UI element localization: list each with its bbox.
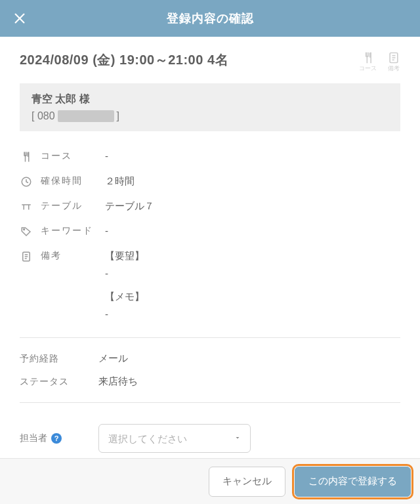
mini-icons: コース 備考 — [359, 51, 400, 72]
customer-phone: [ 080 ] — [32, 110, 388, 122]
keyword-label: キーワード — [41, 225, 97, 237]
submit-button[interactable]: この内容で登録する — [295, 467, 411, 497]
row-hold-time: 確保時間 ２時間 — [20, 169, 400, 194]
modal-footer: キャンセル この内容で登録する — [0, 458, 420, 504]
assignee-label: 担当者 — [20, 432, 47, 444]
status-label: ステータス — [20, 376, 98, 388]
row-keyword: キーワード - — [20, 219, 400, 244]
route-value: メール — [98, 352, 128, 365]
customer-card: 青空 太郎 様 [ 080 ] — [20, 83, 400, 131]
route-label: 予約経路 — [20, 353, 98, 365]
remarks-memo-heading: 【メモ】 — [105, 291, 144, 303]
status-value: 来店待ち — [98, 375, 138, 388]
svg-point-10 — [24, 229, 25, 230]
separator — [20, 402, 400, 403]
modal-header: 登録内容の確認 — [0, 0, 420, 37]
hold-value: ２時間 — [105, 175, 135, 188]
remarks-label: 備考 — [41, 250, 97, 262]
modal-title: 登録内容の確認 — [167, 10, 254, 26]
assignee-select[interactable]: 選択してください — [98, 424, 251, 453]
phone-prefix: [ 080 — [32, 110, 55, 122]
remarks-block: 【要望】 - 【メモ】 - — [105, 250, 144, 322]
table-label: テーブル — [41, 200, 97, 212]
table-value: テーブル７ — [105, 200, 154, 213]
table-icon — [20, 200, 33, 213]
cutlery-icon — [20, 150, 33, 163]
tag-icon — [20, 225, 33, 238]
close-button[interactable] — [12, 10, 28, 26]
row-course: コース - — [20, 144, 400, 169]
row-table: テーブル テーブル７ — [20, 194, 400, 219]
mini-remarks-label: 備考 — [388, 66, 400, 72]
close-icon — [12, 11, 27, 26]
remarks-request-value: - — [105, 268, 144, 279]
hold-label: 確保時間 — [41, 175, 97, 187]
help-icon[interactable]: ? — [51, 433, 62, 444]
row-remarks: 備考 【要望】 - 【メモ】 - — [20, 244, 400, 328]
row-route: 予約経路 メール — [20, 347, 400, 370]
mini-course: コース — [359, 51, 377, 72]
summary-row: 2024/08/09 (金) 19:00～21:00 4名 コース 備考 — [20, 51, 400, 72]
assignee-label-wrap: 担当者 ? — [20, 432, 98, 444]
row-assignee: 担当者 ? 選択してください — [20, 412, 400, 459]
mini-course-label: コース — [359, 66, 377, 72]
customer-name: 青空 太郎 様 — [32, 93, 388, 106]
course-label: コース — [41, 150, 97, 162]
phone-suffix: ] — [117, 110, 119, 122]
cutlery-icon — [362, 51, 375, 64]
mini-remarks: 備考 — [387, 51, 400, 72]
modal-body: 2024/08/09 (金) 19:00～21:00 4名 コース 備考 — [0, 37, 420, 459]
course-value: - — [105, 150, 108, 161]
phone-masked — [58, 110, 114, 122]
note-icon — [20, 250, 33, 263]
cancel-button[interactable]: キャンセル — [209, 467, 285, 497]
separator — [20, 337, 400, 338]
note-icon — [387, 51, 400, 64]
reservation-datetime: 2024/08/09 (金) 19:00～21:00 4名 — [20, 51, 228, 69]
keyword-value: - — [105, 225, 108, 236]
remarks-request-heading: 【要望】 — [105, 250, 144, 262]
row-status: ステータス 来店待ち — [20, 370, 400, 393]
remarks-memo-value: - — [105, 308, 144, 320]
confirm-registration-modal: 登録内容の確認 2024/08/09 (金) 19:00～21:00 4名 コー… — [0, 0, 420, 504]
assignee-select-wrap: 選択してください — [98, 424, 251, 453]
clock-icon — [20, 175, 33, 188]
